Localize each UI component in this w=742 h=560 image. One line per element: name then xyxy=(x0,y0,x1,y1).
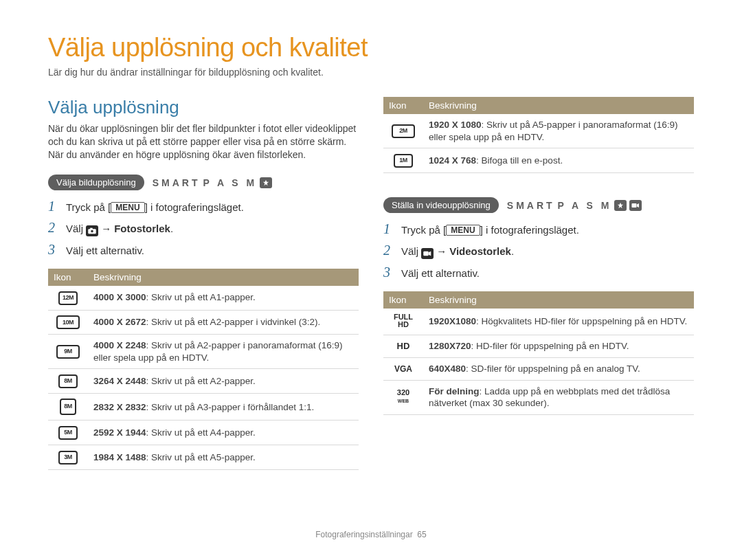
res-icon-8m: 8M xyxy=(58,374,78,388)
th-desc: Beskrivning xyxy=(423,291,694,309)
svg-rect-5 xyxy=(632,203,637,208)
footer-page-number: 65 xyxy=(417,530,426,539)
res-icon-5m: 5M xyxy=(58,426,78,440)
mode-letters: P A S M xyxy=(558,200,612,211)
photo-step-1: 1 Tryck på [MENU] i fotograferingsläget. xyxy=(48,199,359,214)
page-subtitle: Lär dig hur du ändrar inställningar för … xyxy=(48,67,694,78)
table-row: 5M 2592 X 1944: Skriv ut på ett A4-pappe… xyxy=(48,421,359,445)
svg-marker-4 xyxy=(618,203,623,208)
th-desc: Beskrivning xyxy=(88,269,359,286)
mode-indicators: SMART P A S M xyxy=(153,177,273,188)
svg-point-3 xyxy=(91,229,93,232)
video-step-3: 3 Välj ett alternativ. xyxy=(383,265,694,280)
arrow-icon: → xyxy=(98,223,114,234)
video-subsection-header: Ställa in videoupplösning SMART P A S M xyxy=(383,197,694,214)
camera-icon xyxy=(86,225,98,236)
table-row: 8M 2832 X 2832: Skriv ut på A3-papper i … xyxy=(48,394,359,421)
footer-section: Fotograferingsinställningar xyxy=(315,530,412,539)
res-icon-fullhd: FULLHD xyxy=(394,313,413,328)
res-icon-1m: 1M xyxy=(394,154,413,168)
arrow-icon: → xyxy=(434,245,449,257)
photo-subsection-header: Välja bildupplösning SMART P A S M xyxy=(48,174,359,192)
table-row: VGA 640X480: SD-filer för uppspelning på… xyxy=(383,358,694,381)
right-column: Ikon Beskrivning 2M 1920 X 1080: Skriv u… xyxy=(383,97,694,474)
table-row: 8M 3264 X 2448: Skriv ut på ett A2-pappe… xyxy=(48,369,359,394)
photo-resolution-table-continued: Ikon Beskrivning 2M 1920 X 1080: Skriv u… xyxy=(383,97,694,173)
star-mode-icon xyxy=(260,177,272,188)
page-title: Välja upplösning och kvalitet xyxy=(48,33,694,63)
mode-smart: SMART xyxy=(507,200,555,211)
video-mode-icon xyxy=(629,200,642,211)
table-row: FULLHD 1920X1080: Högkvalitets HD-filer … xyxy=(383,309,694,335)
star-mode-icon xyxy=(614,200,627,211)
menu-key: MENU xyxy=(446,225,480,236)
svg-rect-2 xyxy=(91,228,93,229)
svg-marker-6 xyxy=(637,203,639,208)
svg-marker-0 xyxy=(263,180,269,186)
table-row: 10M 4000 X 2672: Skriv ut på ett A2-papp… xyxy=(48,310,359,335)
mode-letters: P A S M xyxy=(203,177,257,188)
step-number: 3 xyxy=(383,265,394,280)
res-icon-9m: 9M xyxy=(56,345,80,359)
res-icon-8m-square: 8M xyxy=(60,399,76,415)
svg-marker-8 xyxy=(429,251,431,256)
page-footer: Fotograferingsinställningar 65 xyxy=(0,530,742,539)
mode-indicators: SMART P A S M xyxy=(507,200,642,211)
step-number: 3 xyxy=(48,242,59,258)
th-icon: Ikon xyxy=(383,291,423,309)
section-paragraph: När du ökar upplösningen blir det fler b… xyxy=(48,122,359,161)
res-icon-10m: 10M xyxy=(56,315,80,329)
res-icon-12m: 12M xyxy=(58,291,78,305)
video-resolution-table: Ikon Beskrivning FULLHD 1920X1080: Högkv… xyxy=(383,291,694,415)
left-column: Välja upplösning När du ökar upplösninge… xyxy=(48,97,359,474)
video-step-2: 2 Välj →Videostorlek. xyxy=(383,243,694,259)
th-icon: Ikon xyxy=(383,97,423,114)
video-step-1: 1 Tryck på [MENU] i fotograferingsläget. xyxy=(383,221,694,237)
table-row: 12M 4000 X 3000: Skriv ut på ett A1-papp… xyxy=(48,286,359,310)
th-icon: Ikon xyxy=(48,269,88,286)
manual-page: Välja upplösning och kvalitet Lär dig hu… xyxy=(0,0,742,560)
mode-smart: SMART xyxy=(153,177,201,188)
photo-step-3: 3 Välj ett alternativ. xyxy=(48,242,359,258)
video-steps: 1 Tryck på [MENU] i fotograferingsläget.… xyxy=(383,221,694,280)
res-icon-320: 320WEB xyxy=(397,389,409,404)
table-row: 320WEB För delning: Ladda upp på en webb… xyxy=(383,380,694,414)
section-heading: Välja upplösning xyxy=(48,97,359,118)
res-icon-3m: 3M xyxy=(58,451,78,464)
table-row: 3M 1984 X 1488: Skriv ut på ett A5-pappe… xyxy=(48,445,359,470)
video-pill: Ställa in videoupplösning xyxy=(383,197,499,213)
menu-key: MENU xyxy=(111,202,144,213)
step-number: 1 xyxy=(48,199,59,214)
photo-resolution-table: Ikon Beskrivning 12M 4000 X 3000: Skriv … xyxy=(48,269,359,470)
th-desc: Beskrivning xyxy=(423,97,694,114)
table-row: HD 1280X720: HD-filer för uppspelning på… xyxy=(383,335,694,358)
res-icon-hd: HD xyxy=(397,341,410,350)
photo-steps: 1 Tryck på [MENU] i fotograferingsläget.… xyxy=(48,199,359,258)
photo-pill: Välja bildupplösning xyxy=(48,175,144,190)
step-number: 2 xyxy=(383,243,394,258)
two-column-layout: Välja upplösning När du ökar upplösninge… xyxy=(48,97,694,474)
table-row: 9M 4000 X 2248: Skriv ut på A2-papper i … xyxy=(48,335,359,369)
res-icon-vga: VGA xyxy=(394,365,412,373)
table-row: 2M 1920 X 1080: Skriv ut på A5-papper i … xyxy=(383,114,694,148)
step-number: 1 xyxy=(383,221,394,237)
videocam-icon xyxy=(421,248,434,259)
svg-rect-7 xyxy=(424,251,429,256)
res-icon-2m: 2M xyxy=(392,124,415,138)
photo-step-2: 2 Välj →Fotostorlek. xyxy=(48,220,359,236)
step-number: 2 xyxy=(48,220,59,236)
table-row: 1M 1024 X 768: Bifoga till en e-post. xyxy=(383,148,694,173)
